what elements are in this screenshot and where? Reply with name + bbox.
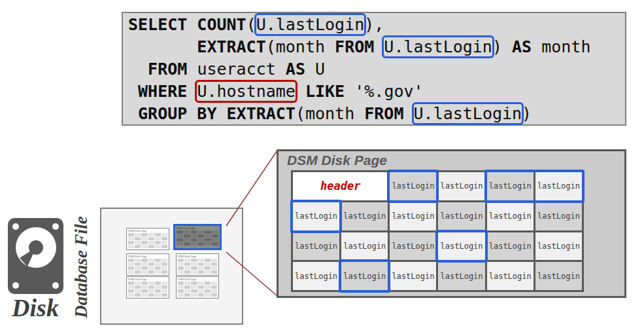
mini-cell — [198, 259, 204, 262]
mini-cell — [191, 259, 197, 262]
mini-cell — [212, 242, 218, 246]
mini-cell — [155, 241, 161, 244]
mini-cell — [141, 263, 147, 266]
mini-cell — [178, 285, 184, 289]
sql-keyword: EXTRACT — [197, 37, 265, 56]
mini-cell — [211, 263, 217, 266]
dsm-cell: lastLogin — [438, 202, 484, 230]
sql-text — [128, 82, 138, 101]
mini-cell — [178, 289, 184, 293]
mini-cell — [197, 238, 204, 242]
mini-disk-page: DSM Disk Page — [176, 276, 219, 299]
mini-cell — [178, 266, 184, 270]
sql-text: U — [305, 60, 325, 79]
mini-cell — [155, 245, 161, 248]
mini-page-title: DSM Disk Page — [177, 227, 218, 230]
mini-cell — [177, 234, 183, 238]
dsm-cell: lastLogin — [390, 232, 436, 261]
mini-cell — [205, 238, 211, 242]
mini-cell — [148, 293, 154, 297]
mini-cell — [128, 245, 134, 248]
mini-cell — [135, 233, 141, 236]
mini-cell — [128, 237, 134, 240]
mini-cell — [184, 293, 190, 297]
mini-cell — [155, 237, 161, 240]
mini-cell — [141, 241, 147, 244]
mini-cell — [205, 282, 211, 285]
mini-cell — [141, 282, 147, 285]
mini-disk-page: DSM Disk Page — [126, 276, 169, 299]
dsm-cell: lastLogin — [341, 262, 388, 290]
dsm-cell: lastLogin — [293, 232, 339, 261]
mini-cell — [211, 289, 217, 293]
dsm-cell: lastLogin — [293, 202, 339, 230]
database-file-label: Database File — [70, 202, 92, 330]
mini-disk-page-selected: DSM Disk Page — [173, 224, 222, 250]
mini-cell — [141, 245, 147, 248]
mini-cell — [135, 293, 141, 297]
mini-cell — [197, 230, 204, 234]
dsm-cell: lastLogin — [487, 232, 534, 261]
mini-cell — [155, 270, 161, 274]
mini-cell — [177, 238, 183, 242]
mini-cell — [184, 259, 190, 262]
mini-cell — [135, 245, 141, 248]
mini-cell — [141, 233, 147, 236]
mini-cell — [177, 242, 183, 246]
mini-cell — [141, 293, 147, 297]
mini-cell — [141, 266, 147, 270]
slide: SELECT COUNT(U.lastLogin), EXTRACT(month… — [0, 0, 644, 330]
mini-cell — [135, 263, 141, 266]
mini-page-grid — [128, 233, 167, 248]
mini-page-grid — [177, 230, 218, 246]
mini-cell — [135, 266, 141, 270]
dsm-cell: lastLogin — [390, 172, 436, 200]
mini-cell — [128, 259, 134, 262]
mini-cell — [155, 266, 161, 270]
mini-cell — [128, 270, 134, 274]
mini-cell — [191, 230, 197, 234]
mini-cell — [197, 242, 204, 246]
sql-text — [403, 104, 413, 123]
mini-cell — [177, 230, 183, 234]
dsm-cell: lastLogin — [487, 262, 534, 290]
sql-text — [296, 82, 305, 101]
mini-cell — [184, 266, 190, 270]
mini-cell — [198, 289, 204, 293]
mini-cell — [191, 266, 197, 270]
mini-cell — [161, 293, 167, 297]
mini-page-grid — [128, 282, 167, 297]
mini-cell — [184, 230, 190, 234]
mini-cell — [191, 285, 197, 289]
mini-cell — [161, 289, 167, 293]
mini-cell — [148, 282, 154, 285]
mini-cell — [198, 270, 204, 274]
mini-cell — [191, 282, 197, 285]
mini-cell — [128, 285, 134, 289]
mini-cell — [148, 233, 154, 236]
mini-page-grid — [178, 259, 217, 274]
mini-cell — [155, 285, 161, 289]
mini-disk-page: DSM Disk Page — [126, 253, 169, 276]
sql-text: (month — [296, 104, 364, 123]
mini-cell — [205, 293, 211, 297]
mini-cell — [161, 237, 167, 240]
mini-cell — [205, 266, 211, 270]
mini-cell — [191, 270, 197, 274]
sql-keyword: FROM — [364, 104, 403, 123]
mini-cell — [198, 266, 204, 270]
mini-cell — [191, 238, 197, 242]
mini-cell — [148, 285, 154, 289]
mini-disk-page: DSM Disk Page — [176, 253, 219, 276]
mini-cell — [135, 237, 141, 240]
sql-text: ( — [246, 15, 256, 34]
mini-cell — [155, 233, 161, 236]
mini-cell — [211, 282, 217, 285]
sql-keyword: LIKE — [305, 82, 345, 101]
sql-keyword: FROM — [335, 37, 374, 56]
mini-cell — [191, 234, 197, 238]
dsm-cell: lastLogin — [535, 262, 582, 290]
sql-line: FROM useracct AS U — [128, 58, 625, 81]
mini-cell — [178, 263, 184, 266]
mini-cell — [205, 263, 211, 266]
